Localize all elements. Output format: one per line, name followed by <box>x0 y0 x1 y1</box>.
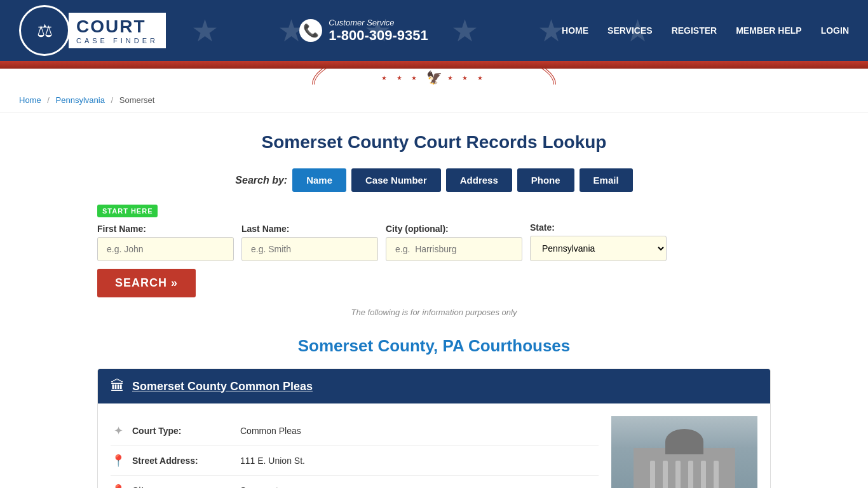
customer-service-label: Customer Service <box>329 18 428 27</box>
state-label: State: <box>530 222 667 233</box>
nav-register[interactable]: REGISTER <box>672 25 717 36</box>
patriotic-arch: ★ ★ ★ 🦅 ★ ★ ★ <box>0 69 868 88</box>
tab-address[interactable]: Address <box>446 168 512 192</box>
courthouse-image <box>611 416 757 488</box>
form-group-city: City (optional): <box>386 224 522 261</box>
breadcrumb-sep-1: / <box>47 95 50 105</box>
breadcrumb-state[interactable]: Pennsylvania <box>56 95 105 105</box>
search-by-label: Search by: <box>235 175 287 186</box>
column-6 <box>714 461 719 488</box>
tab-name[interactable]: Name <box>292 168 346 192</box>
nav-member-help[interactable]: MEMBER HELP <box>736 25 801 36</box>
courthouse-body: ✦ Court Type: Common Pleas 📍 Street Addr… <box>98 403 770 488</box>
logo-area: ⚖ COURT CASE FINDER <box>19 5 166 56</box>
column-1 <box>650 461 655 488</box>
courthouse-name-link[interactable]: Somerset County Common Pleas <box>132 380 313 393</box>
first-name-label: First Name: <box>97 224 234 234</box>
info-row-street-address: 📍 Street Address: 111 E. Union St. <box>111 446 599 476</box>
court-type-label: Court Type: <box>132 426 234 436</box>
eagle-stars-left: ★ ★ ★ <box>381 74 421 81</box>
nav-home[interactable]: HOME <box>562 25 588 36</box>
courthouses-title: Somerset County, PA Courthouses <box>97 336 771 356</box>
court-type-value: Common Pleas <box>240 426 301 436</box>
main-nav: HOME SERVICES REGISTER MEMBER HELP LOGIN <box>562 25 849 36</box>
start-here-badge: START HERE <box>97 205 158 217</box>
search-form: First Name: Last Name: City (optional): … <box>97 222 771 297</box>
form-group-first-name: First Name: <box>97 224 234 261</box>
search-button[interactable]: SEARCH » <box>97 269 196 297</box>
breadcrumb-sep-2: / <box>111 95 114 105</box>
building-columns <box>650 461 719 488</box>
column-5 <box>701 461 706 488</box>
logo-circle: ⚖ <box>19 5 70 56</box>
street-address-value: 111 E. Union St. <box>240 456 305 466</box>
column-4 <box>688 461 693 488</box>
city-label: City (optional): <box>386 224 522 234</box>
red-banner <box>0 61 868 69</box>
page-title: Somerset County Court Records Lookup <box>97 132 771 152</box>
logo-court-text: COURT <box>76 17 158 37</box>
building-dome <box>665 429 703 454</box>
courthouse-header: 🏛 Somerset County Common Pleas <box>98 369 770 403</box>
column-2 <box>663 461 668 488</box>
tab-email[interactable]: Email <box>580 168 633 192</box>
courthouse-icon: 🏛 <box>111 378 125 395</box>
info-text: The following is for information purpose… <box>97 308 771 317</box>
street-address-label: Street Address: <box>132 456 234 466</box>
building-facade <box>634 448 735 488</box>
city-icon: 📍 <box>111 484 126 488</box>
nav-login[interactable]: LOGIN <box>821 25 849 36</box>
logo-case-finder-text: CASE FINDER <box>76 37 158 44</box>
tab-case-number[interactable]: Case Number <box>351 168 441 192</box>
breadcrumb: Home / Pennsylvania / Somerset <box>0 88 868 113</box>
search-by-row: Search by: Name Case Number Address Phon… <box>97 168 771 192</box>
form-group-state: State: Pennsylvania Alabama Alaska Arizo… <box>530 222 667 261</box>
info-row-court-type: ✦ Court Type: Common Pleas <box>111 416 599 446</box>
site-header: ★ ★ ★ ★ ★ ★ ⚖ COURT CASE FINDER 📞 Custom… <box>0 0 868 61</box>
nav-services[interactable]: SERVICES <box>607 25 653 36</box>
main-content: Somerset County Court Records Lookup Sea… <box>85 113 783 488</box>
breadcrumb-county: Somerset <box>119 95 155 105</box>
court-type-icon: ✦ <box>111 424 126 438</box>
building-illustration <box>611 416 757 488</box>
customer-service-phone: 1-800-309-9351 <box>329 27 428 44</box>
city-input[interactable] <box>386 237 522 261</box>
info-row-city: 📍 City: Somerset <box>111 476 599 488</box>
state-select[interactable]: Pennsylvania Alabama Alaska Arizona Arka… <box>530 236 667 261</box>
last-name-input[interactable] <box>241 237 378 261</box>
customer-service: 📞 Customer Service 1-800-309-9351 <box>299 18 428 44</box>
first-name-input[interactable] <box>97 237 234 261</box>
form-group-last-name: Last Name: <box>241 224 378 261</box>
courthouse-info: ✦ Court Type: Common Pleas 📍 Street Addr… <box>111 416 599 488</box>
address-icon: 📍 <box>111 454 126 468</box>
column-3 <box>675 461 681 488</box>
city-info-label: City: <box>132 485 234 488</box>
eagle-icon: 🦅 <box>426 70 442 85</box>
breadcrumb-home[interactable]: Home <box>19 95 41 105</box>
city-info-value: Somerset <box>240 485 278 488</box>
courthouse-card: 🏛 Somerset County Common Pleas ✦ Court T… <box>97 369 771 488</box>
phone-icon: 📞 <box>299 19 322 42</box>
logo-emblem-icon: ⚖ <box>37 20 53 41</box>
eagle-area: ★ ★ ★ 🦅 ★ ★ ★ <box>381 70 487 85</box>
tab-phone[interactable]: Phone <box>517 168 574 192</box>
logo-text-block: COURT CASE FINDER <box>69 13 166 48</box>
eagle-stars-right: ★ ★ ★ <box>447 74 487 81</box>
last-name-label: Last Name: <box>241 224 378 234</box>
